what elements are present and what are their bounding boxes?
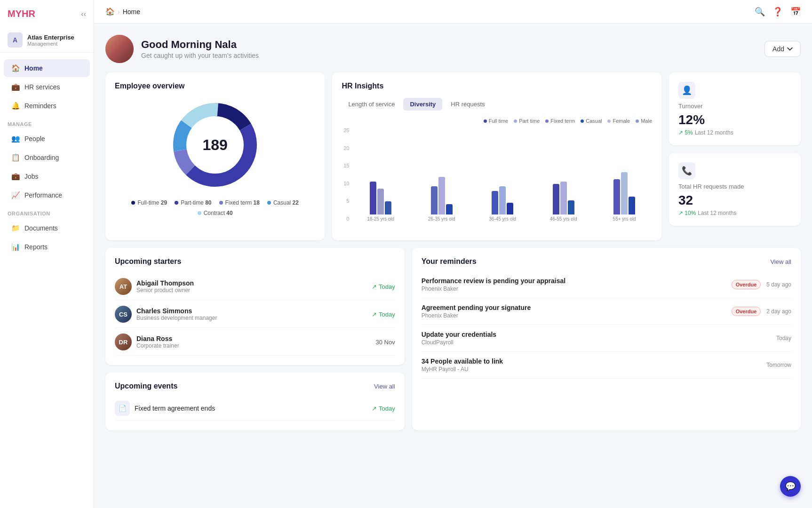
bars-4655 [553,130,574,214]
reminder-item-0: Performance review is pending your appra… [422,271,791,298]
collapse-button[interactable]: ‹‹ [81,10,86,18]
reminder-title-2: Update your credentials [422,331,497,338]
employee-overview-card: Employee overview 189 [105,72,325,240]
x-label-1825: 18-25 yrs old [367,216,394,222]
bar-group-55plus: 55+ yrs old [597,130,652,222]
bar-1825-1 [370,182,376,214]
hr-insights-title: HR Insights [342,82,652,90]
user-info: Atlas Enterprise Management [27,34,74,47]
sidebar-item-documents-label: Documents [24,224,58,232]
starter-name-1: Charles Simmons [136,307,217,315]
chat-button[interactable]: 💬 [780,476,801,497]
sidebar-item-onboarding[interactable]: 📋 Onboarding [4,149,90,167]
legend-fixedterm-chart-label: Fixed term [550,118,575,124]
tab-length-of-service[interactable]: Length of service [342,98,401,111]
breadcrumb-separator: › [118,8,120,16]
circle-casual [581,119,584,123]
starter-info-0: Abigail Thompson Senior product owner [136,279,194,294]
reminder-sub-1: Phoenix Baker [422,312,531,319]
reminder-content-0: Performance review is pending your appra… [422,277,566,292]
reminders-view-all[interactable]: View all [770,258,791,265]
bottom-grid: Upcoming starters AT Abigail Thompson Se… [105,248,801,430]
legend-female-chart-label: Female [613,118,630,124]
starter-name-2: Diana Ross [136,335,179,342]
bar-1825-3 [385,201,391,214]
y-5: 5 [342,198,349,204]
reminders-list: Performance review is pending your appra… [422,271,791,379]
starters-list: AT Abigail Thompson Senior product owner… [115,273,395,356]
events-view-all[interactable]: View all [374,383,395,390]
avatar: A [8,32,23,48]
events-header: Upcoming events View all [115,382,395,390]
add-button[interactable]: Add [764,41,801,57]
bar-2635-2 [438,177,445,214]
hr-requests-icon-wrap: 📞 [678,162,695,179]
sidebar-item-jobs[interactable]: 💼 Jobs [4,167,90,185]
y-15: 15 [342,163,349,168]
reminders-card: Your reminders View all Performance revi… [412,248,801,430]
hr-insights-card: HR Insights Length of service Diversity … [332,72,661,240]
reminder-badge-0: Overdue [732,280,761,289]
bar-group-4655: 46-55 yrs old [536,130,591,222]
donut-container: 189 Full-time 29 Part-time 80 [115,98,315,216]
bars-2635 [431,130,453,214]
legend-casual-chart-label: Casual [586,118,602,124]
starter-left-0: AT Abigail Thompson Senior product owner [115,278,194,295]
hr-services-icon: 💼 [11,83,20,91]
starter-role-2: Corporate trainer [136,342,179,349]
tab-diversity[interactable]: Diversity [403,98,442,111]
legend-fulltime-label: Full-time 29 [137,199,167,206]
sidebar-item-reports[interactable]: 📊 Reports [4,238,90,256]
sidebar-item-performance[interactable]: 📈 Performance [4,186,90,204]
search-icon[interactable]: 🔍 [755,7,765,17]
hr-requests-period: Last 12 months [698,210,736,216]
bar-4655-3 [568,200,574,214]
logo-area: MYHR ‹‹ [0,0,94,28]
sidebar-item-people[interactable]: 👥 People [4,130,90,148]
turnover-card: 👤 Turnover 12% ↗ 5% Last 12 months [669,72,801,145]
calendar-icon[interactable]: 📅 [790,7,801,17]
legend-contract: Contract 40 [198,210,233,216]
nav: 🏠 Home 💼 HR services 🔔 Reminders MANAGE … [0,56,94,508]
sidebar-item-documents[interactable]: 📁 Documents [4,219,90,237]
header-left: Good Morning Nala Get caught up with you… [105,35,259,63]
breadcrumb-home-icon[interactable]: 🏠 [105,7,115,16]
reminder-time-2: Today [776,335,791,341]
sidebar-item-hr-services-label: HR services [24,83,60,91]
circle-fixedterm [545,119,549,123]
upcoming-starters-card: Upcoming starters AT Abigail Thompson Se… [105,248,405,365]
dashboard-grid: Employee overview 189 [105,72,801,240]
hr-requests-change-pct: ↗ 10% [678,210,696,216]
sidebar-item-home[interactable]: 🏠 Home [4,59,90,77]
tab-hr-requests[interactable]: HR requests [444,98,491,111]
sidebar-item-hr-services[interactable]: 💼 HR services [4,78,90,96]
legend-contract-count: 40 [226,210,232,216]
page-header: Good Morning Nala Get caught up with you… [105,35,801,63]
legend-male-chart-label: Male [641,118,652,124]
bar-chart-area: 25 20 15 10 5 0 [342,127,652,231]
turnover-period: Last 12 months [695,129,733,136]
hr-requests-icon: 📞 [682,166,692,176]
legend-dot-casual [267,201,271,205]
hr-requests-card: 📞 Total HR requests made 32 ↗ 10% Last 1… [669,153,801,226]
reminder-sub-0: Phoenix Baker [422,286,566,292]
left-bottom: Upcoming starters AT Abigail Thompson Se… [105,248,405,430]
sidebar-item-reminders[interactable]: 🔔 Reminders [4,97,90,115]
bars-3645 [492,130,513,214]
help-icon[interactable]: ❓ [772,7,783,17]
starter-date-1: ↗ Today [372,311,395,318]
x-label-3645: 36-45 yrs old [489,216,516,222]
reminder-right-1: Overdue 2 day ago [732,307,791,316]
legend-parttime-chart: Part time [514,118,540,124]
page-content: Good Morning Nala Get caught up with you… [94,24,812,442]
reminder-item-1: Agreement pending your signature Phoenix… [422,298,791,325]
circle-fulltime [484,119,487,123]
breadcrumb-current: Home [123,8,140,16]
starter-left-1: CS Charles Simmons Business development … [115,306,217,323]
event-item-0: 📄 Fixed term agreement ends ↗ Today [115,396,395,421]
bar-groups: 18-25 yrs old 26-35 yrs old [353,127,652,231]
user-profile: A Atlas Enterprise Management [0,28,94,53]
logo-hr: HR [22,8,35,19]
legend-fulltime-chart-label: Full time [489,118,509,124]
reminders-header: Your reminders View all [422,257,791,266]
